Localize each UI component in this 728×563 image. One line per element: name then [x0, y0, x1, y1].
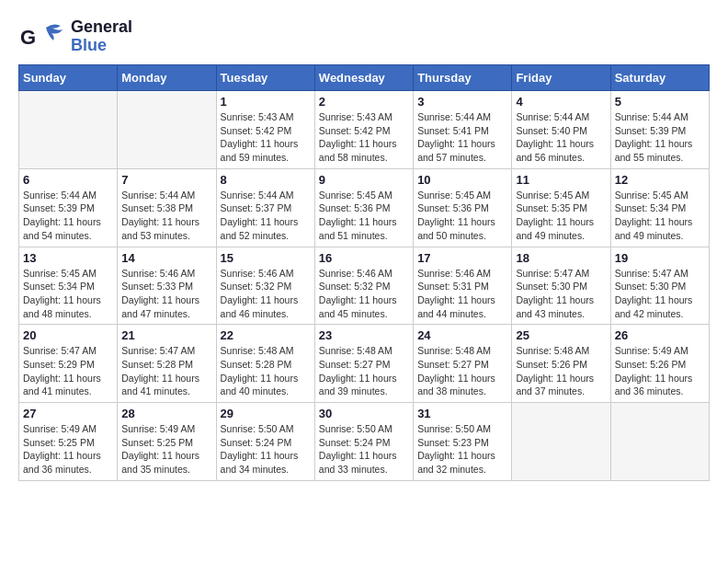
- day-number: 14: [121, 251, 211, 265]
- calendar-cell: 1 Sunrise: 5:43 AM Sunset: 5:42 PM Dayli…: [216, 91, 314, 169]
- sunrise-text: Sunrise: 5:44 AM: [417, 111, 491, 122]
- sunset-text: Sunset: 5:27 PM: [319, 359, 391, 370]
- daylight-text: Daylight: 11 hours and 54 minutes.: [23, 216, 101, 241]
- sunset-text: Sunset: 5:28 PM: [221, 359, 292, 370]
- calendar-cell: 23 Sunrise: 5:48 AM Sunset: 5:27 PM Dayl…: [314, 325, 413, 403]
- day-number: 19: [615, 251, 705, 265]
- day-number: 9: [319, 173, 409, 187]
- sunrise-text: Sunrise: 5:44 AM: [615, 111, 688, 122]
- calendar-cell: 6 Sunrise: 5:44 AM Sunset: 5:39 PM Dayli…: [19, 168, 118, 247]
- sunset-text: Sunset: 5:36 PM: [319, 202, 391, 213]
- sunset-text: Sunset: 5:30 PM: [516, 281, 587, 292]
- sunset-text: Sunset: 5:39 PM: [615, 125, 687, 136]
- day-number: 31: [417, 407, 507, 420]
- sunrise-text: Sunrise: 5:43 AM: [221, 111, 294, 122]
- sunrise-text: Sunrise: 5:47 AM: [516, 268, 589, 279]
- sunset-text: Sunset: 5:33 PM: [121, 281, 193, 292]
- daylight-text: Daylight: 11 hours and 50 minutes.: [417, 216, 495, 241]
- daylight-text: Daylight: 11 hours and 58 minutes.: [319, 138, 397, 163]
- calendar-cell: 19 Sunrise: 5:47 AM Sunset: 5:30 PM Dayl…: [610, 247, 709, 325]
- sunset-text: Sunset: 5:35 PM: [516, 202, 587, 213]
- day-number: 30: [319, 407, 409, 420]
- day-number: 24: [417, 328, 507, 342]
- sunrise-text: Sunrise: 5:50 AM: [221, 423, 294, 434]
- day-number: 3: [417, 95, 507, 109]
- day-info: Sunrise: 5:50 AM Sunset: 5:24 PM Dayligh…: [221, 422, 311, 477]
- calendar-week-row: 13 Sunrise: 5:45 AM Sunset: 5:34 PM Dayl…: [19, 247, 710, 325]
- sunrise-text: Sunrise: 5:48 AM: [516, 345, 589, 356]
- calendar-cell: 29 Sunrise: 5:50 AM Sunset: 5:24 PM Dayl…: [216, 403, 314, 481]
- calendar-cell: 27 Sunrise: 5:49 AM Sunset: 5:25 PM Dayl…: [19, 403, 118, 481]
- calendar-cell: [19, 91, 118, 169]
- logo: G General Blue: [18, 18, 132, 55]
- weekday-header: Sunday: [19, 65, 118, 91]
- day-info: Sunrise: 5:44 AM Sunset: 5:41 PM Dayligh…: [417, 110, 507, 165]
- sunset-text: Sunset: 5:34 PM: [615, 202, 687, 213]
- calendar-cell: 7 Sunrise: 5:44 AM Sunset: 5:38 PM Dayli…: [118, 168, 216, 247]
- daylight-text: Daylight: 11 hours and 40 minutes.: [221, 373, 299, 397]
- calendar-week-row: 6 Sunrise: 5:44 AM Sunset: 5:39 PM Dayli…: [19, 168, 710, 247]
- sunset-text: Sunset: 5:40 PM: [516, 125, 587, 136]
- sunrise-text: Sunrise: 5:44 AM: [121, 190, 195, 201]
- daylight-text: Daylight: 11 hours and 36 minutes.: [23, 450, 101, 475]
- day-number: 29: [221, 407, 311, 420]
- calendar-cell: 4 Sunrise: 5:44 AM Sunset: 5:40 PM Dayli…: [512, 91, 610, 169]
- calendar-cell: 20 Sunrise: 5:47 AM Sunset: 5:29 PM Dayl…: [19, 325, 118, 403]
- sunset-text: Sunset: 5:31 PM: [417, 281, 489, 292]
- calendar-cell: 9 Sunrise: 5:45 AM Sunset: 5:36 PM Dayli…: [314, 168, 413, 247]
- sunrise-text: Sunrise: 5:50 AM: [417, 423, 491, 434]
- weekday-header: Monday: [118, 65, 216, 91]
- day-info: Sunrise: 5:48 AM Sunset: 5:26 PM Dayligh…: [516, 344, 606, 398]
- calendar-week-row: 1 Sunrise: 5:43 AM Sunset: 5:42 PM Dayli…: [19, 91, 710, 169]
- day-number: 23: [319, 328, 409, 342]
- daylight-text: Daylight: 11 hours and 49 minutes.: [615, 216, 693, 241]
- sunrise-text: Sunrise: 5:44 AM: [221, 190, 294, 201]
- day-info: Sunrise: 5:48 AM Sunset: 5:28 PM Dayligh…: [221, 344, 311, 398]
- calendar-cell: 16 Sunrise: 5:46 AM Sunset: 5:32 PM Dayl…: [314, 247, 413, 325]
- calendar-cell: 21 Sunrise: 5:47 AM Sunset: 5:28 PM Dayl…: [118, 325, 216, 403]
- daylight-text: Daylight: 11 hours and 57 minutes.: [417, 138, 495, 163]
- sunrise-text: Sunrise: 5:45 AM: [417, 190, 491, 201]
- sunrise-text: Sunrise: 5:46 AM: [319, 268, 392, 279]
- day-info: Sunrise: 5:46 AM Sunset: 5:32 PM Dayligh…: [319, 267, 409, 321]
- day-info: Sunrise: 5:43 AM Sunset: 5:42 PM Dayligh…: [221, 110, 311, 165]
- sunset-text: Sunset: 5:41 PM: [417, 125, 489, 136]
- calendar-week-row: 20 Sunrise: 5:47 AM Sunset: 5:29 PM Dayl…: [19, 325, 710, 403]
- calendar-cell: 2 Sunrise: 5:43 AM Sunset: 5:42 PM Dayli…: [314, 91, 413, 169]
- page-header: G General Blue: [18, 18, 710, 55]
- daylight-text: Daylight: 11 hours and 48 minutes.: [23, 294, 101, 319]
- day-info: Sunrise: 5:44 AM Sunset: 5:37 PM Dayligh…: [221, 189, 311, 243]
- weekday-header: Wednesday: [314, 65, 413, 91]
- calendar-cell: 15 Sunrise: 5:46 AM Sunset: 5:32 PM Dayl…: [216, 247, 314, 325]
- calendar-cell: 12 Sunrise: 5:45 AM Sunset: 5:34 PM Dayl…: [610, 168, 709, 247]
- day-number: 27: [23, 407, 113, 420]
- calendar-cell: 28 Sunrise: 5:49 AM Sunset: 5:25 PM Dayl…: [118, 403, 216, 481]
- day-info: Sunrise: 5:44 AM Sunset: 5:38 PM Dayligh…: [121, 189, 211, 243]
- daylight-text: Daylight: 11 hours and 37 minutes.: [516, 373, 594, 397]
- day-info: Sunrise: 5:48 AM Sunset: 5:27 PM Dayligh…: [319, 344, 409, 398]
- day-info: Sunrise: 5:43 AM Sunset: 5:42 PM Dayligh…: [319, 110, 409, 165]
- daylight-text: Daylight: 11 hours and 59 minutes.: [221, 138, 299, 163]
- day-number: 2: [319, 95, 409, 109]
- sunrise-text: Sunrise: 5:46 AM: [417, 268, 491, 279]
- logo-subname: Blue: [71, 37, 132, 55]
- daylight-text: Daylight: 11 hours and 41 minutes.: [121, 373, 199, 397]
- daylight-text: Daylight: 11 hours and 36 minutes.: [615, 373, 693, 397]
- daylight-text: Daylight: 11 hours and 38 minutes.: [417, 373, 495, 397]
- calendar-cell: 13 Sunrise: 5:45 AM Sunset: 5:34 PM Dayl…: [19, 247, 118, 325]
- weekday-header: Tuesday: [216, 65, 314, 91]
- day-info: Sunrise: 5:49 AM Sunset: 5:25 PM Dayligh…: [23, 422, 113, 477]
- day-number: 7: [121, 173, 211, 187]
- calendar-cell: 14 Sunrise: 5:46 AM Sunset: 5:33 PM Dayl…: [118, 247, 216, 325]
- daylight-text: Daylight: 11 hours and 32 minutes.: [417, 450, 495, 475]
- sunrise-text: Sunrise: 5:45 AM: [319, 190, 392, 201]
- day-number: 26: [615, 328, 705, 342]
- day-info: Sunrise: 5:46 AM Sunset: 5:33 PM Dayligh…: [121, 267, 211, 321]
- sunset-text: Sunset: 5:38 PM: [121, 202, 193, 213]
- sunrise-text: Sunrise: 5:44 AM: [516, 111, 589, 122]
- calendar-cell: 31 Sunrise: 5:50 AM Sunset: 5:23 PM Dayl…: [414, 403, 512, 481]
- sunrise-text: Sunrise: 5:46 AM: [121, 268, 195, 279]
- sunrise-text: Sunrise: 5:44 AM: [23, 190, 97, 201]
- day-number: 11: [516, 173, 606, 187]
- sunrise-text: Sunrise: 5:48 AM: [319, 345, 392, 356]
